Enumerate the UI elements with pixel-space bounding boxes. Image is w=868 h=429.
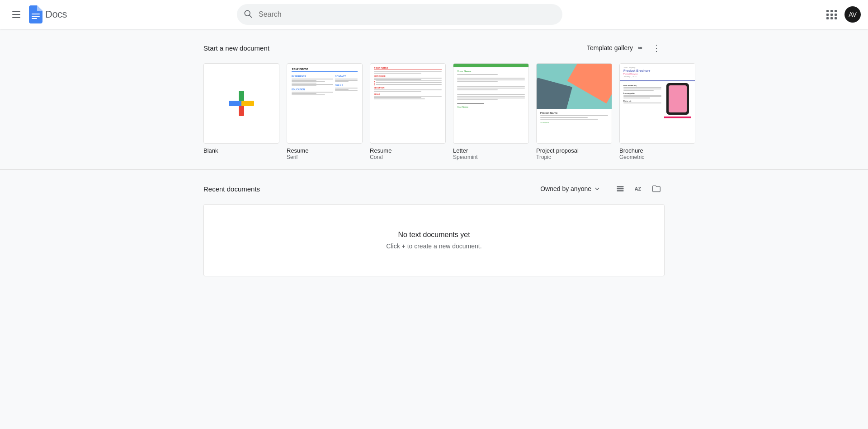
svg-rect-0	[32, 14, 40, 14]
app-header: Docs AV	[0, 0, 868, 29]
header-right: AV	[823, 5, 861, 23]
more-options-button[interactable]: ⋮	[648, 40, 665, 56]
template-card-project-tropic[interactable]: Project Name Your Name Project proposal …	[536, 63, 612, 160]
template-thumb-project-tropic: Project Name Your Name	[536, 63, 612, 144]
list-view-button[interactable]	[612, 181, 628, 197]
template-thumb-brochure-geometric: Your Company Product Brochure Product Ov…	[619, 63, 695, 144]
search-icon	[243, 9, 252, 20]
recent-controls: Owned by anyone	[537, 181, 665, 197]
plus-icon	[229, 91, 254, 116]
menu-button[interactable]	[7, 5, 25, 23]
template-gallery-button[interactable]: Template gallery	[587, 43, 645, 52]
svg-rect-6	[617, 188, 624, 190]
svg-rect-2	[32, 18, 37, 19]
view-icons: AZ	[612, 181, 665, 197]
svg-rect-1	[32, 16, 40, 17]
template-card-brochure-geometric[interactable]: Your Company Product Brochure Product Ov…	[619, 63, 695, 160]
template-name-blank: Blank	[203, 147, 218, 154]
empty-docs-area: No text documents yet Click + to create …	[203, 204, 665, 276]
docs-logo-icon	[29, 5, 42, 23]
empty-docs-title: No text documents yet	[398, 231, 470, 239]
dropdown-arrow-icon	[593, 185, 601, 193]
template-name-project-tropic: Project proposal	[536, 147, 579, 154]
avatar[interactable]: AV	[844, 6, 861, 23]
template-name-brochure-geometric: Brochure	[619, 147, 643, 154]
apps-button[interactable]	[823, 5, 841, 23]
template-thumb-blank	[203, 63, 279, 144]
svg-text:AZ: AZ	[635, 186, 642, 191]
template-thumb-letter-spearmint: Your Name	[453, 63, 529, 144]
template-subname-resume-coral: Coral	[370, 154, 383, 160]
sort-button[interactable]: AZ	[630, 181, 646, 197]
template-card-letter-spearmint[interactable]: Your Name	[453, 63, 529, 160]
svg-line-4	[250, 15, 252, 18]
template-card-resume-coral[interactable]: Your Name EXPERIENCE EDUCATION	[370, 63, 446, 160]
recent-header: Recent documents Owned by anyone	[203, 181, 665, 197]
template-subname-resume-serif: Serif	[287, 154, 298, 160]
folder-icon	[652, 184, 661, 193]
svg-rect-5	[617, 186, 624, 187]
folder-button[interactable]	[648, 181, 665, 197]
section-title: Start a new document	[203, 44, 269, 52]
template-subname-brochure-geometric: Geometric	[619, 154, 644, 160]
templates-row: Blank Your Name EXPERIENCE	[203, 63, 665, 160]
template-name-letter-spearmint: Letter	[453, 147, 468, 154]
template-section: Start a new document Template gallery ⋮	[0, 29, 868, 170]
section-header: Start a new document Template gallery ⋮	[203, 40, 665, 56]
recent-title: Recent documents	[203, 185, 260, 193]
template-name-resume-coral: Resume	[370, 147, 392, 154]
docs-logo[interactable]: Docs	[29, 5, 67, 23]
template-name-resume-serif: Resume	[287, 147, 308, 154]
header-left: Docs	[7, 5, 107, 23]
recent-section: Recent documents Owned by anyone	[185, 170, 683, 287]
expand-icon	[636, 43, 645, 52]
template-thumb-resume-serif: Your Name EXPERIENCE	[287, 63, 363, 144]
search-input[interactable]	[237, 4, 562, 25]
svg-rect-7	[617, 190, 624, 191]
template-card-resume-serif[interactable]: Your Name EXPERIENCE	[287, 63, 363, 160]
template-thumb-resume-coral: Your Name EXPERIENCE EDUCATION	[370, 63, 446, 144]
template-card-blank[interactable]: Blank	[203, 63, 279, 160]
list-view-icon	[616, 184, 625, 193]
docs-logo-text: Docs	[45, 9, 67, 20]
empty-docs-subtitle: Click + to create a new document.	[386, 242, 481, 250]
template-subname-letter-spearmint: Spearmint	[453, 154, 478, 160]
owned-by-button[interactable]: Owned by anyone	[537, 182, 605, 196]
sort-icon: AZ	[634, 184, 643, 193]
apps-grid-icon	[826, 10, 837, 19]
search-bar	[237, 4, 562, 25]
template-subname-project-tropic: Tropic	[536, 154, 551, 160]
main-content: Start a new document Template gallery ⋮	[0, 29, 868, 287]
